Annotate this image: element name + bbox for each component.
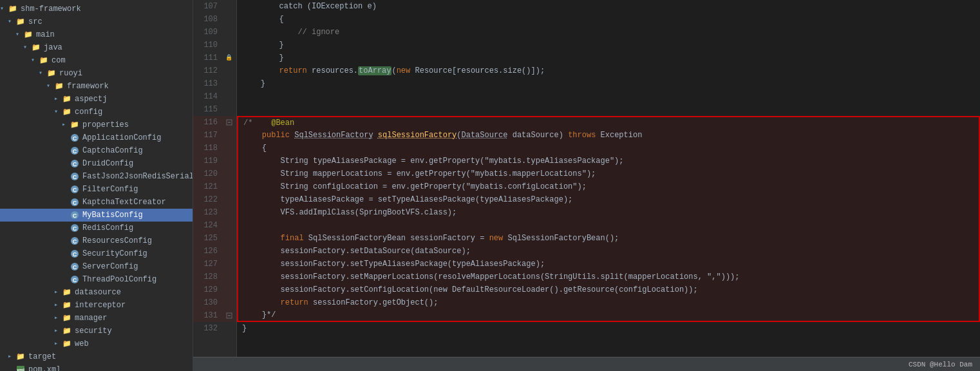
sidebar-item-label: shm-framework — [21, 3, 81, 15]
code-line: String configLocation = env.getProperty(… — [237, 180, 980, 193]
sidebar-item-FilterConfig[interactable]: CFilterConfig — [0, 183, 193, 196]
line-number-row: 124 — [193, 219, 236, 232]
sidebar-item-label: ServerConfig — [82, 260, 138, 273]
code-line: catch (IOException e) — [237, 0, 980, 13]
sidebar-item-RedisConfig[interactable]: CRedisConfig — [0, 222, 193, 234]
line-number: 111 — [193, 52, 221, 64]
class-icon: C — [70, 159, 80, 168]
sidebar-item-label: main — [36, 28, 55, 41]
sidebar-item-label: properties — [82, 119, 129, 131]
sidebar-item-ApplicationConfig[interactable]: CApplicationConfig — [0, 131, 193, 144]
svg-text:C: C — [73, 174, 77, 180]
code-line: /* @Bean — [237, 116, 980, 129]
expand-icon: ▾ — [8, 15, 15, 28]
line-number-row: 114 — [193, 90, 236, 103]
folder-icon: 📁 — [62, 339, 72, 348]
line-number: 125 — [193, 232, 221, 245]
svg-text:xml: xml — [17, 368, 24, 371]
sidebar-item-java[interactable]: ▾📁java — [0, 41, 193, 54]
gutter-empty — [221, 26, 236, 39]
sidebar-item-manager[interactable]: ▸📁manager — [0, 312, 193, 325]
line-number-row: 116 — [193, 116, 236, 129]
folder-icon: 📁 — [62, 95, 72, 104]
sidebar-item-label: ApplicationConfig — [82, 131, 161, 144]
line-number-row: 122 — [193, 193, 236, 206]
folder-icon: 📁 — [8, 5, 18, 14]
expand-icon: ▾ — [15, 28, 23, 41]
file-tree[interactable]: ▾📁shm-framework ▾📁src ▾📁main ▾📁java ▾📁co… — [0, 0, 193, 371]
gutter-empty — [221, 142, 236, 155]
sidebar-item-security[interactable]: ▸📁security — [0, 325, 193, 338]
line-number-row: 120 — [193, 167, 236, 180]
sidebar-item-FastJson2JsonRedisSerializer[interactable]: CFastJson2JsonRedisSerializer — [0, 170, 193, 183]
line-number-row: 118 — [193, 142, 236, 155]
line-number-row: 131 — [193, 309, 236, 322]
sidebar-item-aspectj[interactable]: ▸📁aspectj — [0, 93, 193, 106]
code-line: sessionFactory.setDataSource(dataSource)… — [237, 245, 980, 258]
code-line: String mapperLocations = env.getProperty… — [237, 167, 980, 180]
code-line: sessionFactory.setMapperLocations(resolv… — [237, 271, 980, 283]
sidebar-item-MyBatisConfig[interactable]: CMyBatisConfig — [0, 209, 193, 222]
sidebar-item-SecurityConfig[interactable]: CSecurityConfig — [0, 247, 193, 260]
sidebar-item-label: SecurityConfig — [82, 247, 147, 260]
sidebar-item-framework[interactable]: ▾📁framework — [0, 80, 193, 93]
line-number-row: 111🔒 — [193, 52, 236, 64]
sidebar-item-properties[interactable]: ▸📁properties — [0, 119, 193, 131]
folder-icon: 📁 — [39, 56, 49, 65]
sidebar-item-label: CaptchaConfig — [82, 144, 143, 157]
sidebar-item-label: datasource — [75, 286, 121, 299]
sidebar-item-pom.xml[interactable]: xmlpom.xml — [0, 363, 193, 371]
class-icon: C — [70, 198, 80, 207]
line-number-column: 107108109110111🔒112113114115116117118119… — [193, 0, 237, 357]
gutter-empty — [221, 245, 236, 258]
code-body[interactable]: 107108109110111🔒112113114115116117118119… — [193, 0, 980, 357]
code-lines[interactable]: catch (IOException e) { // ignore } } re… — [237, 0, 980, 357]
code-line: }*/ — [237, 309, 980, 322]
bottom-bar-label: CSDN @Hello Dam — [909, 361, 972, 368]
sidebar-item-KaptchaTextCreator[interactable]: CKaptchaTextCreator — [0, 196, 193, 209]
sidebar-item-config[interactable]: ▾📁config — [0, 106, 193, 119]
expand-icon: ▾ — [54, 106, 62, 119]
sidebar-item-ruoyi[interactable]: ▾📁ruoyi — [0, 67, 193, 80]
line-number: 114 — [193, 90, 221, 103]
code-line — [237, 219, 980, 232]
line-number: 128 — [193, 271, 221, 283]
sidebar-item-label: ThreadPoolConfig — [82, 273, 156, 286]
sidebar-item-DruidConfig[interactable]: CDruidConfig — [0, 157, 193, 170]
line-number-row: 132 — [193, 322, 236, 335]
sidebar-item-CaptchaConfig[interactable]: CCaptchaConfig — [0, 144, 193, 157]
sidebar-item-web[interactable]: ▸📁web — [0, 338, 193, 350]
gutter-empty — [221, 322, 236, 335]
line-number: 122 — [193, 193, 221, 206]
svg-text:C: C — [73, 277, 77, 283]
sidebar-item-ServerConfig[interactable]: CServerConfig — [0, 260, 193, 273]
sidebar-item-shm-framework[interactable]: ▾📁shm-framework — [0, 3, 193, 15]
gutter-empty — [221, 103, 236, 116]
line-number: 113 — [193, 77, 221, 90]
gutter-empty — [221, 296, 236, 309]
code-line — [237, 103, 980, 116]
sidebar-item-label: security — [75, 325, 112, 338]
svg-text:C: C — [73, 225, 77, 232]
expand-icon: ▸ — [54, 325, 62, 338]
code-line: } — [237, 77, 980, 90]
sidebar-item-label: FilterConfig — [82, 183, 138, 196]
sidebar-item-interceptor[interactable]: ▸📁interceptor — [0, 299, 193, 312]
sidebar-item-com[interactable]: ▾📁com — [0, 54, 193, 67]
sidebar-item-src[interactable]: ▾📁src — [0, 15, 193, 28]
sidebar-item-target[interactable]: ▸📁target — [0, 350, 193, 363]
class-icon: C — [70, 133, 80, 142]
sidebar-item-main[interactable]: ▾📁main — [0, 28, 193, 41]
sidebar-item-label: config — [75, 106, 102, 119]
line-number-row: 119 — [193, 155, 236, 167]
sidebar-item-datasource[interactable]: ▸📁datasource — [0, 286, 193, 299]
sidebar-item-label: java — [44, 41, 62, 54]
sidebar-item-ThreadPoolConfig[interactable]: CThreadPoolConfig — [0, 273, 193, 286]
folder-icon: 📁 — [62, 301, 72, 310]
gutter-empty — [221, 232, 236, 245]
gutter-empty — [221, 77, 236, 90]
sidebar-item-label: ResourcesConfig — [82, 234, 152, 247]
line-number: 119 — [193, 155, 221, 167]
sidebar-item-ResourcesConfig[interactable]: CResourcesConfig — [0, 234, 193, 247]
code-line — [237, 90, 980, 103]
